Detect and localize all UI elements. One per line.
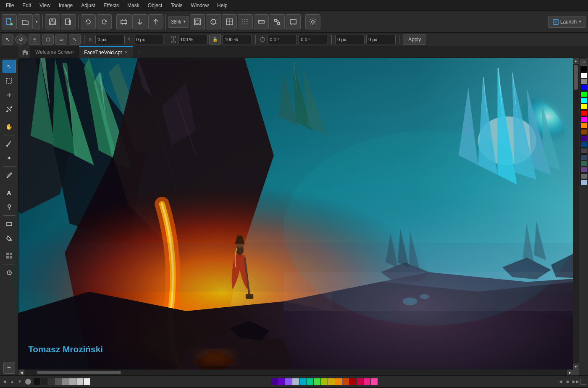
transform-tool[interactable]	[3, 103, 16, 116]
cs-dark1[interactable]	[41, 378, 47, 385]
swatch-black[interactable]	[580, 66, 587, 72]
cs-gray3[interactable]	[76, 378, 83, 385]
fill-tool[interactable]	[3, 232, 16, 245]
redo-button[interactable]	[97, 14, 112, 29]
h-field[interactable]: 100 %	[223, 35, 252, 44]
scroll-left-arrow[interactable]: ◀	[18, 370, 24, 375]
menu-effects[interactable]: Effects	[100, 2, 123, 9]
swatch-teal2[interactable]	[580, 161, 587, 166]
strip-prev-arrow[interactable]: ◀	[558, 379, 564, 385]
eyedropper-tool[interactable]	[3, 266, 16, 280]
tab-welcome-screen[interactable]: Welcome Screen	[30, 46, 79, 58]
crop-mode-btn[interactable]: ⊟	[29, 34, 40, 45]
cs-gray1[interactable]	[62, 378, 69, 385]
tab-add-button[interactable]: +	[133, 46, 145, 58]
cs-rust[interactable]	[342, 378, 349, 385]
pan-tool[interactable]: ✋	[3, 120, 16, 133]
open-recent-button[interactable]	[34, 14, 40, 29]
cs-periwinkle[interactable]	[292, 378, 299, 385]
cs-mid[interactable]	[55, 378, 62, 385]
open-button[interactable]	[18, 14, 33, 29]
cs-olive[interactable]	[321, 378, 328, 385]
swatch-lightblue[interactable]	[580, 179, 587, 185]
scroll-track-h[interactable]	[24, 370, 567, 375]
swatch-brown[interactable]	[580, 129, 587, 135]
strip-settings-arrow[interactable]: ▶▶	[573, 379, 579, 385]
launch-button[interactable]: Launch ▼	[548, 16, 586, 28]
text-tool[interactable]: A	[3, 186, 16, 199]
menu-object[interactable]: Object	[144, 2, 167, 9]
scroll-down-arrow[interactable]: ▼	[573, 364, 579, 370]
transform-up-button[interactable]	[148, 14, 163, 29]
rotate-mode-btn[interactable]: ↺	[15, 34, 27, 45]
zoom-dropdown[interactable]: 38% ▼	[168, 16, 189, 28]
menu-file[interactable]: File	[2, 2, 18, 9]
new-button[interactable]: +	[2, 14, 17, 29]
scroll-track-v[interactable]	[573, 64, 579, 364]
cs-rose[interactable]	[357, 378, 363, 385]
menu-window[interactable]: Window	[186, 2, 213, 9]
cs-sky[interactable]	[299, 378, 306, 385]
view-canvas-button[interactable]	[286, 14, 301, 29]
save-button[interactable]	[45, 14, 60, 29]
scroll-up-arrow[interactable]: ▲	[573, 58, 579, 64]
shape-rect-tool[interactable]	[3, 217, 16, 231]
view-ruler-button[interactable]	[254, 14, 269, 29]
cs-white[interactable]	[84, 378, 90, 385]
menu-image[interactable]: Image	[55, 2, 77, 9]
panel-toggle-btn[interactable]	[580, 379, 586, 385]
select-rect-tool[interactable]	[3, 74, 16, 87]
undo-button[interactable]	[81, 14, 96, 29]
transform-down-button[interactable]	[132, 14, 147, 29]
cs-dark2[interactable]	[48, 378, 55, 385]
pin-tool[interactable]	[3, 200, 16, 214]
cs-mint[interactable]	[307, 378, 313, 385]
angle1-field[interactable]: 0.0 °	[268, 35, 297, 44]
swatch-white[interactable]	[580, 72, 587, 78]
view-grid-button[interactable]	[222, 14, 237, 29]
menu-mask[interactable]: Mask	[123, 2, 144, 9]
pointer-tool[interactable]: ↖	[3, 60, 16, 73]
swatch-red[interactable]	[580, 110, 587, 116]
scroll-right-arrow[interactable]: ▶	[567, 370, 573, 375]
x-field[interactable]: 0 px	[95, 35, 125, 44]
cs-lavender[interactable]	[285, 378, 292, 385]
cs-gold[interactable]	[328, 378, 335, 385]
angle2-field[interactable]: 0.0 °	[299, 35, 328, 44]
swatch-orange[interactable]	[580, 123, 587, 129]
cs-lime[interactable]	[314, 378, 320, 385]
distort-mode-btn[interactable]: ▱	[55, 34, 67, 45]
brush-tool[interactable]	[3, 137, 16, 150]
menu-view[interactable]: View	[35, 2, 55, 9]
swatch-green[interactable]	[580, 91, 587, 97]
cs-pink[interactable]	[364, 378, 370, 385]
view-guide-button[interactable]	[238, 14, 253, 29]
apply-button[interactable]: Apply	[403, 34, 426, 45]
swatch-purple[interactable]	[580, 135, 587, 141]
move-tool[interactable]: ✛	[3, 88, 16, 102]
swatch-midgray[interactable]	[580, 173, 587, 179]
swatch-darkblue2[interactable]	[580, 154, 587, 160]
grid-tool[interactable]	[3, 249, 16, 262]
y-field[interactable]: 0 px	[134, 35, 163, 44]
tab-facethevoid[interactable]: FaceTheVoid.cpt ✕	[79, 46, 133, 58]
add-tool-button[interactable]: +	[3, 362, 15, 374]
w-field[interactable]: 100 %	[178, 35, 207, 44]
cs-purple[interactable]	[278, 378, 285, 385]
transform-fit-button[interactable]	[116, 14, 131, 29]
vertical-scrollbar[interactable]: ▲ ▼	[573, 58, 579, 370]
lock-ratio-btn[interactable]: 🔓	[209, 34, 221, 45]
swatch-blue[interactable]	[580, 85, 587, 91]
cs-violet[interactable]	[271, 378, 278, 385]
home-tab-icon[interactable]	[18, 46, 30, 58]
menu-edit[interactable]: Edit	[18, 2, 35, 9]
pos-y-field[interactable]: 0 px	[366, 35, 396, 44]
zoom-fit-button[interactable]	[190, 14, 205, 29]
swatch-purple2[interactable]	[580, 167, 587, 173]
view-snap-button[interactable]	[270, 14, 285, 29]
strip-next-arrow[interactable]: ▶	[565, 379, 571, 385]
brush-select-1[interactable]	[25, 379, 31, 385]
menu-tools[interactable]: Tools	[166, 2, 186, 9]
skew-mode-btn[interactable]: ⬡	[42, 34, 54, 45]
scroll-thumb-v[interactable]	[574, 65, 578, 90]
